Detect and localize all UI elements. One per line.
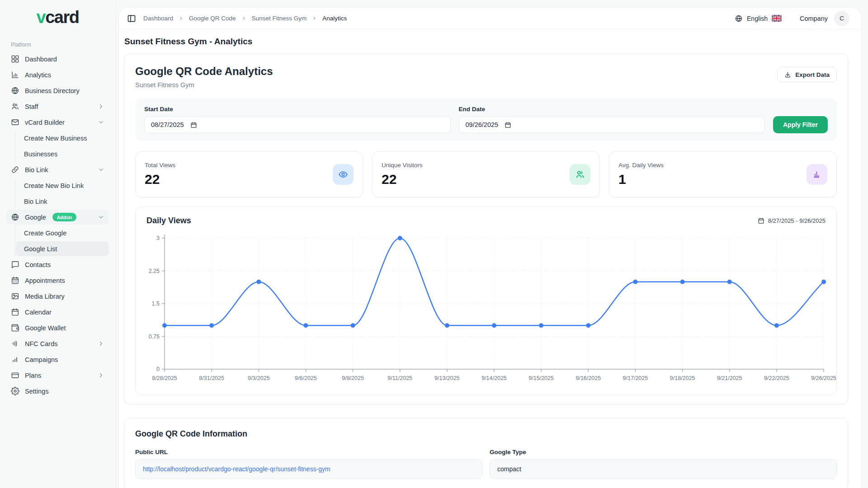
qr-info-title: Google QR Code Information [135,429,837,439]
sidebar-item-google[interactable]: GoogleAddon [6,210,109,225]
globe-icon [11,86,19,95]
sidebar-item-label: Bio Link [25,166,48,174]
sidebar-item-bio-link[interactable]: Bio Link [6,162,109,177]
chevron-down-icon [98,166,104,173]
sidebar-item-label: Google Wallet [25,324,66,332]
sidebar-item-appointments[interactable]: Appointments [6,273,109,288]
public-url-value[interactable]: http://localhost/product/vcardgo-react/g… [143,465,330,473]
breadcrumb-dashboard[interactable]: Dashboard [143,15,173,22]
sidebar-item-nfc-cards[interactable]: NFC Cards [6,336,109,351]
end-date-label: End Date [459,106,765,113]
svg-text:1.5: 1.5 [152,300,160,307]
sidebar-toggle-icon[interactable] [127,14,136,23]
sidebar-item-label: Create Google [24,230,66,237]
sidebar-subtree-vcard-builder: Create New BusinessBusinesses [15,131,109,161]
page-content: Sunset Fitness Gym - Analytics Google QR… [119,29,861,488]
account-menu[interactable]: Company [800,15,828,22]
svg-text:9/8/2025: 9/8/2025 [342,375,364,381]
start-date-input[interactable]: 08/27/2025 [144,116,451,133]
chart-column-icon [807,164,827,185]
sidebar-item-google-wallet[interactable]: Google Wallet [6,320,109,335]
layout-grid-icon [11,55,19,63]
sidebar-item-campaigns[interactable]: Campaigns [6,352,109,367]
breadcrumb-analytics: Analytics [322,15,347,22]
uk-flag-icon [772,15,782,22]
google-type-field[interactable]: compact [490,459,837,479]
export-data-button[interactable]: Export Data [777,67,837,82]
svg-text:2.25: 2.25 [149,268,160,274]
public-url-field[interactable]: http://localhost/product/vcardgo-react/g… [135,459,482,479]
brand-logo[interactable]: vcard [0,0,115,34]
end-date-input[interactable]: 09/26/2025 [459,116,765,133]
image-icon [11,292,19,300]
stat-card-avg-daily-views: Avg. Daily Views 1 [609,151,837,197]
sidebar-item-staff[interactable]: Staff [6,99,109,114]
start-date-value: 08/27/2025 [151,121,184,128]
chevron-down-icon [98,119,104,126]
chevron-right-icon [98,372,104,379]
stat-value: 22 [145,172,175,187]
contactless-icon [11,339,19,348]
sidebar-item-business-directory[interactable]: Business Directory [6,83,109,98]
sidebar-item-label: Calendar [25,309,52,316]
end-date-value: 09/26/2025 [466,121,499,128]
sidebar-item-businesses[interactable]: Businesses [16,146,109,161]
app-root: vcard Platform DashboardAnalyticsBusines… [0,0,868,488]
sidebar-item-analytics[interactable]: Analytics [6,67,109,82]
breadcrumb-sunset-fitness-gym[interactable]: Sunset Fitness Gym [252,15,307,22]
sidebar-item-create-new-bio-link[interactable]: Create New Bio Link [16,178,109,193]
stat-value: 1 [618,172,664,187]
svg-text:9/21/2025: 9/21/2025 [717,375,742,381]
breadcrumb-google-qr-code[interactable]: Google QR Code [189,15,236,22]
sidebar-item-settings[interactable]: Settings [6,384,109,399]
sidebar: vcard Platform DashboardAnalyticsBusines… [0,0,116,488]
calendar-icon [11,308,19,316]
svg-text:9/11/2025: 9/11/2025 [387,375,412,381]
analytics-subtitle: Sunset Fitness Gym [135,81,273,89]
calendar-icon[interactable] [190,122,197,128]
chevron-right-icon [179,16,184,21]
sidebar-item-dashboard[interactable]: Dashboard [6,52,109,66]
mail-icon [11,118,19,127]
sidebar-item-google-list[interactable]: Google List [16,241,109,256]
sidebar-subtree-bio-link: Create New Bio LinkBio Link [15,178,109,209]
brand-logo-v: v [37,8,46,27]
svg-text:0.75: 0.75 [149,333,160,340]
wallet-icon [11,324,19,332]
sidebar-item-label: Staff [25,103,38,110]
sidebar-item-plans[interactable]: Plans [6,368,109,383]
apply-filter-button[interactable]: Apply Filter [773,116,828,133]
date-filter-panel: Start Date 08/27/2025 End Date [135,99,837,141]
sidebar-item-label: Google List [24,245,57,253]
avatar[interactable]: C [834,11,849,26]
sidebar-item-label: Media Library [25,293,65,300]
download-icon [784,71,791,78]
topbar: Dashboard Google QR Code Sunset Fitness … [119,8,861,29]
credit-card-icon [11,371,19,380]
sidebar-item-media-library[interactable]: Media Library [6,289,109,304]
main-wrapper: Dashboard Google QR Code Sunset Fitness … [118,7,862,488]
sidebar-section-label: Platform [0,34,115,52]
daily-views-line-chart: 00.751.52.2538/28/20258/31/20259/3/20259… [146,231,826,387]
daily-views-chart-card: Daily Views 8/27/2025 - 9/26/2025 00.751… [135,206,837,395]
svg-text:9/26/2025: 9/26/2025 [811,375,836,381]
sidebar-item-create-new-business[interactable]: Create New Business [16,131,109,145]
svg-text:9/22/2025: 9/22/2025 [764,375,789,381]
calendar-icon[interactable] [505,122,511,128]
sidebar-item-contacts[interactable]: Contacts [6,257,109,272]
sidebar-item-bio-link[interactable]: Bio Link [16,194,109,209]
stat-label: Unique Visitors [382,162,423,169]
sidebar-item-label: Create New Bio Link [24,182,84,189]
svg-text:9/18/2025: 9/18/2025 [670,375,695,381]
link-icon [11,165,19,174]
chart-date-range: 8/27/2025 - 9/26/2025 [758,217,826,224]
chevron-right-icon [241,16,246,21]
start-date-label: Start Date [144,106,451,113]
sidebar-item-create-google[interactable]: Create Google [16,225,109,240]
language-selector[interactable]: English [735,14,782,23]
breadcrumb: Dashboard Google QR Code Sunset Fitness … [143,15,347,22]
sidebar-item-vcard-builder[interactable]: vCard Builder [6,115,109,130]
users-icon [570,164,590,185]
google-type-label: Google Type [490,449,837,455]
sidebar-item-calendar[interactable]: Calendar [6,305,109,319]
